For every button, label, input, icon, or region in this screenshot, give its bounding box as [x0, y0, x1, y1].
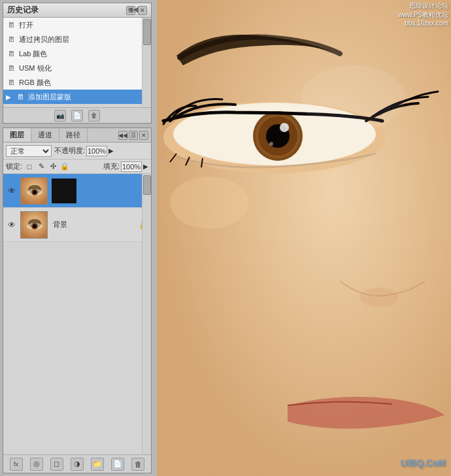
- watermark: 思综设计论坛 www.PS教程优坛 bbs.16zxx.com: [398, 1, 448, 27]
- layers-blend-toolbar: 正常 不透明度: ▶: [3, 143, 151, 160]
- layer-visibility-icon[interactable]: 👁: [6, 219, 18, 231]
- tab-paths[interactable]: 路径: [59, 128, 88, 142]
- history-panel-controls[interactable]: ◀◀ ☰ ✕: [126, 6, 147, 15]
- add-layer-style-btn[interactable]: ◎: [30, 458, 43, 471]
- tab-layers[interactable]: 图层: [3, 128, 31, 142]
- svg-point-9: [269, 142, 273, 146]
- history-list: 🖹 打开 🖹 通过拷贝的图层 🖹 Lab 颜色 🖹 USM 锐化 🖹: [3, 18, 142, 104]
- history-item-label: Lab 颜色: [19, 49, 47, 59]
- history-item-icon: 🖹: [15, 92, 25, 102]
- add-adjustment-btn[interactable]: ◑: [71, 458, 84, 471]
- history-item-icon: 🖹: [6, 34, 16, 44]
- lock-all-icon[interactable]: 🔒: [60, 162, 69, 171]
- layer-row[interactable]: 👁: [3, 174, 151, 208]
- history-item-label: RGB 颜色: [19, 78, 51, 88]
- panel-collapse-icon[interactable]: ◀◀: [127, 5, 138, 14]
- history-item-label: 添加图层蒙版: [28, 92, 71, 102]
- svg-point-12: [301, 65, 405, 131]
- watermark-line2: www.PS教程优坛: [398, 10, 448, 20]
- add-group-btn[interactable]: 📁: [91, 458, 104, 471]
- history-item[interactable]: 🖹 RGB 颜色: [3, 75, 142, 90]
- history-panel-header: 历史记录 ◀◀ ☰ ✕: [3, 3, 151, 18]
- layers-content: 👁: [3, 174, 151, 454]
- history-scrollbar-thumb[interactable]: [143, 19, 151, 45]
- layers-scrollbar-thumb[interactable]: [143, 175, 151, 195]
- history-new-snapshot-btn[interactable]: 📷: [54, 110, 66, 122]
- layer-row[interactable]: 👁 背景 🔒: [3, 208, 151, 242]
- panel-close-btn[interactable]: ✕: [138, 6, 147, 15]
- fill-arrow-icon[interactable]: ▶: [143, 163, 148, 170]
- canvas-image: [157, 0, 451, 476]
- opacity-input[interactable]: [86, 146, 107, 156]
- history-item-label: USM 锐化: [19, 63, 52, 73]
- history-item[interactable]: 🖹 USM 锐化: [3, 61, 142, 75]
- layer-thumbnail: [20, 177, 48, 205]
- opacity-arrow-icon[interactable]: ▶: [109, 147, 114, 154]
- history-panel-title: 历史记录: [7, 5, 39, 16]
- watermark-line3: bbs.16zxx.com: [405, 20, 448, 27]
- history-item-icon: 🖹: [6, 48, 16, 59]
- lock-paint-icon[interactable]: ✎: [37, 162, 46, 171]
- fill-control: 填充: ▶: [103, 162, 148, 172]
- lock-label: 锁定:: [6, 162, 22, 171]
- layers-tabs: 图层 通道 路径 ◀◀ ☰ ✕: [3, 128, 151, 143]
- canvas-area: [157, 0, 451, 476]
- history-item-icon: 🖹: [6, 20, 16, 30]
- svg-point-18: [33, 190, 37, 194]
- uibq-watermark: UiBQ.CoM: [401, 458, 446, 468]
- layers-footer: fx ◎ ◻ ◑ 📁 📄 🗑: [3, 454, 151, 473]
- layer-name: 背景: [50, 220, 136, 230]
- delete-layer-btn[interactable]: 🗑: [131, 458, 144, 471]
- layer-visibility-icon[interactable]: 👁: [6, 185, 18, 197]
- add-fx-btn[interactable]: fx: [10, 458, 23, 471]
- layers-panel: 图层 通道 路径 ◀◀ ☰ ✕ 正常 不透明度: ▶: [3, 128, 152, 473]
- history-item[interactable]: 🖹 通过拷贝的图层: [3, 32, 142, 46]
- fill-label: 填充:: [103, 162, 120, 171]
- svg-point-10: [359, 288, 399, 307]
- layers-scrollbar[interactable]: [142, 174, 151, 454]
- blend-mode-select[interactable]: 正常: [6, 145, 52, 157]
- history-item[interactable]: 🖹 Lab 颜色: [3, 46, 142, 61]
- history-item-label: 打开: [19, 20, 33, 30]
- history-footer: 📷 📄 🗑: [3, 107, 151, 123]
- layers-panel-close-btn[interactable]: ✕: [139, 131, 148, 140]
- history-panel: 历史记录 ◀◀ ☰ ✕ 🖹 打开 🖹 通过拷贝的图层 🖹 Lab 颜色: [3, 3, 152, 124]
- history-item-active[interactable]: ▶ 🖹 添加图层蒙版: [3, 90, 142, 104]
- history-new-document-btn[interactable]: 📄: [71, 110, 83, 122]
- history-item-label: 通过拷贝的图层: [19, 35, 69, 44]
- opacity-control: 不透明度: ▶: [54, 146, 114, 156]
- tab-channels[interactable]: 通道: [31, 128, 59, 142]
- lock-position-icon[interactable]: □: [25, 162, 34, 171]
- layers-lock-bar: 锁定: □ ✎ ✣ 🔒 填充: ▶: [3, 160, 151, 174]
- history-delete-btn[interactable]: 🗑: [88, 110, 100, 122]
- layer-mask-thumbnail: [50, 177, 78, 205]
- lock-move-icon[interactable]: ✣: [48, 162, 58, 171]
- history-item-icon: 🖹: [6, 63, 16, 73]
- history-item[interactable]: 🖹 打开: [3, 18, 142, 32]
- history-scrollbar[interactable]: [142, 18, 151, 107]
- panels-container: 历史记录 ◀◀ ☰ ✕ 🖹 打开 🖹 通过拷贝的图层 🖹 Lab 颜色: [0, 0, 157, 476]
- add-mask-btn[interactable]: ◻: [50, 458, 63, 471]
- layer-thumbnail: [20, 211, 48, 239]
- svg-point-11: [170, 177, 248, 229]
- svg-point-24: [33, 224, 37, 228]
- new-layer-btn[interactable]: 📄: [111, 458, 124, 471]
- watermark-line1: 思综设计论坛: [409, 1, 448, 10]
- layers-panel-collapse-btn[interactable]: ◀◀: [118, 131, 127, 140]
- history-active-arrow-icon: ▶: [6, 94, 12, 101]
- svg-point-8: [280, 123, 289, 132]
- fill-input[interactable]: [121, 162, 142, 172]
- history-item-icon: 🖹: [6, 77, 16, 88]
- opacity-label: 不透明度:: [54, 146, 85, 156]
- layers-panel-menu-btn[interactable]: ☰: [129, 131, 138, 140]
